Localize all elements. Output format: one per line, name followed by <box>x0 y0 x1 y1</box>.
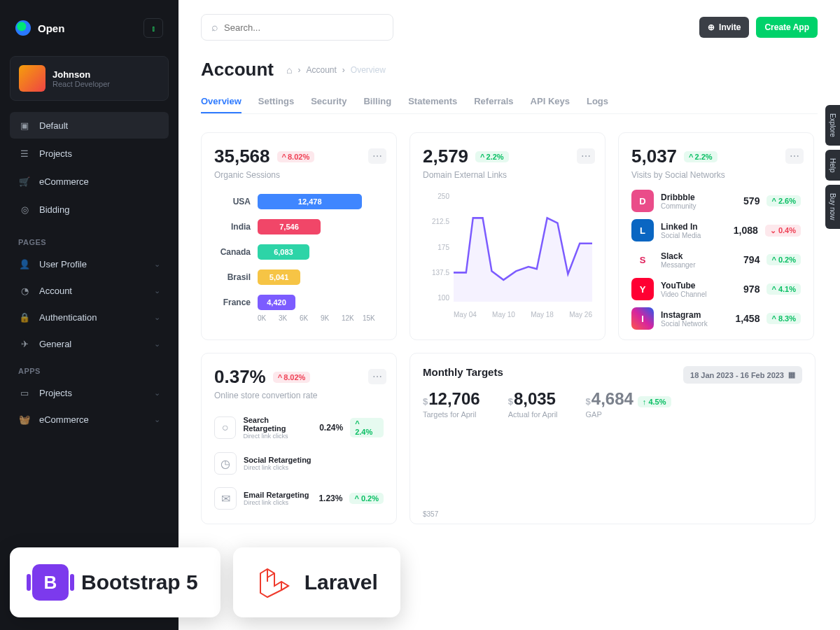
conv-title: Email Retargeting <box>244 491 309 499</box>
social-sub: Messanger <box>661 261 695 269</box>
create-app-button[interactable]: Create App <box>756 17 818 38</box>
topbar: ⌕ ⊕Invite Create App <box>201 14 818 41</box>
sidebar-item-ecommerce[interactable]: 🛒eCommerce <box>10 168 169 195</box>
sidebar-item-authentication[interactable]: 🔒Authentication⌄ <box>10 304 169 330</box>
calendar-icon: ▦ <box>788 370 795 379</box>
x-tick: May 18 <box>531 311 554 318</box>
tab-billing[interactable]: Billing <box>363 90 391 113</box>
badge-laravel-label: Laravel <box>304 570 378 594</box>
nav-icon: 🔒 <box>18 311 31 323</box>
search-box[interactable]: ⌕ <box>201 14 393 41</box>
sidebar-item-account[interactable]: ◔Account⌄ <box>10 277 169 304</box>
tab-logs[interactable]: Logs <box>587 90 608 113</box>
social-change: ^ 2.6% <box>766 195 801 206</box>
nav-icon: 👤 <box>18 258 31 270</box>
avatar <box>19 65 46 92</box>
sidebar-item-general[interactable]: ✈General⌄ <box>10 330 169 357</box>
social-value: 1,458 <box>735 313 760 324</box>
user-card[interactable]: Johnson React Developer <box>10 56 169 101</box>
social-row: LLinked InSocial Media1,088⌄ 0.4% <box>631 219 801 241</box>
social-change: ⌄ 0.4% <box>765 225 801 237</box>
card-conversion: ⋯ 0.37% ^ 8.02% Online store convertion … <box>201 353 397 524</box>
sidebar-chart-icon[interactable]: ⫾ <box>144 18 163 38</box>
social-sub: Community <box>661 202 696 210</box>
target-label: Actual for April <box>508 410 558 419</box>
social-value: 579 <box>743 195 760 206</box>
nav-icon: 🧺 <box>18 413 31 426</box>
home-icon[interactable]: ⌂ <box>286 64 292 76</box>
axis-tick: 3K <box>279 314 300 322</box>
brand-name: Open <box>38 22 64 34</box>
y-tick: 212.5 <box>423 218 449 225</box>
tab-settings[interactable]: Settings <box>258 90 294 113</box>
card-menu-icon[interactable]: ⋯ <box>368 148 386 164</box>
social-sub: Video Channel <box>661 290 706 298</box>
sidebar-item-projects[interactable]: ☰Projects <box>10 140 169 167</box>
social-icon: Y <box>631 278 654 300</box>
page-title: Account <box>201 59 274 80</box>
x-tick: May 10 <box>492 311 515 318</box>
axis-tick: 6K <box>300 314 321 322</box>
targets-bar-label: $357 <box>423 510 438 518</box>
target-label: GAP <box>586 410 671 419</box>
card-menu-icon[interactable]: ⋯ <box>785 148 804 164</box>
laravel-icon <box>255 564 292 601</box>
chevron-down-icon: ⌄ <box>154 286 160 295</box>
tab-referrals[interactable]: Referrals <box>474 90 513 113</box>
bar-label: USA <box>214 197 251 206</box>
nav-icon: ☰ <box>18 147 31 160</box>
bootstrap-icon: B <box>32 564 69 601</box>
rtab-help[interactable]: Help <box>825 150 840 181</box>
rtab-buy[interactable]: Buy now <box>825 185 840 228</box>
bar-fill: 6,083 <box>258 244 309 260</box>
sidebar-item-bidding[interactable]: ◎Bidding <box>10 196 169 223</box>
crumb-account[interactable]: Account <box>306 65 336 75</box>
sidebar-item-projects[interactable]: ▭Projects⌄ <box>10 379 169 406</box>
search-input[interactable] <box>224 22 383 33</box>
social-row: IInstagramSocial Network1,458^ 8.3% <box>631 307 801 330</box>
social-sub: Social Media <box>661 232 701 239</box>
axis-tick: 0K <box>258 314 279 322</box>
tab-statements[interactable]: Statements <box>408 90 457 113</box>
sidebar-item-ecommerce[interactable]: 🧺eCommerce⌄ <box>10 406 169 433</box>
nav-label: eCommerce <box>39 414 89 425</box>
chevron-down-icon: ⌄ <box>154 340 160 349</box>
axis-tick: 15K <box>363 314 384 322</box>
nav-icon: ▣ <box>18 119 31 132</box>
sessions-label: Organic Sessions <box>214 170 384 180</box>
conv-label: Online store convertion rate <box>214 391 384 400</box>
sidebar-item-default[interactable]: ▣Default <box>10 112 169 139</box>
conv-row: ✉Email RetargetingDirect link clicks1.23… <box>214 483 384 514</box>
rtab-explore[interactable]: Explore <box>825 105 840 146</box>
conv-row: ◷Social RetargetingDirect link clicks <box>214 448 384 479</box>
target-col: $8,035Actual for April <box>508 389 558 419</box>
tab-security[interactable]: Security <box>311 90 346 113</box>
chevron-down-icon: ⌄ <box>154 313 160 322</box>
conv-sub: Direct link clicks <box>243 433 312 440</box>
target-col: $4,684↑ 4.5%GAP <box>586 389 671 419</box>
date-range-chip[interactable]: 18 Jan 2023 - 16 Feb 2023▦ <box>683 366 802 384</box>
tab-overview[interactable]: Overview <box>201 90 241 113</box>
social-value: 978 <box>743 284 760 295</box>
social-value: 794 <box>743 254 760 265</box>
card-social-visits: ⋯ 5,037 ^ 2.2% Visits by Social Networks… <box>618 132 814 340</box>
invite-label: Invite <box>719 22 741 32</box>
nav-label: Default <box>39 120 68 131</box>
card-menu-icon[interactable]: ⋯ <box>368 369 386 384</box>
links-label: Domain External Links <box>423 170 592 180</box>
social-change: ^ 8.3% <box>766 313 801 324</box>
x-tick: May 04 <box>454 311 477 318</box>
sidebar-item-user-profile[interactable]: 👤User Profile⌄ <box>10 251 169 277</box>
tabs: OverviewSettingsSecurityBillingStatement… <box>201 90 818 114</box>
conv-icon: ✉ <box>214 487 237 510</box>
tab-api-keys[interactable]: API Keys <box>531 90 570 113</box>
card-menu-icon[interactable]: ⋯ <box>577 148 595 164</box>
card-organic-sessions: ⋯ 35,568 ^ 8.02% Organic Sessions USA12,… <box>201 132 397 340</box>
nav-icon: ◔ <box>18 284 31 297</box>
nav-icon: ◎ <box>18 203 31 216</box>
nav-icon: 🛒 <box>18 175 31 188</box>
bar-label: Brasil <box>214 272 251 282</box>
sessions-change: ^ 8.02% <box>277 151 315 162</box>
target-amount: $8,035 <box>508 389 558 409</box>
invite-button[interactable]: ⊕Invite <box>699 17 749 38</box>
